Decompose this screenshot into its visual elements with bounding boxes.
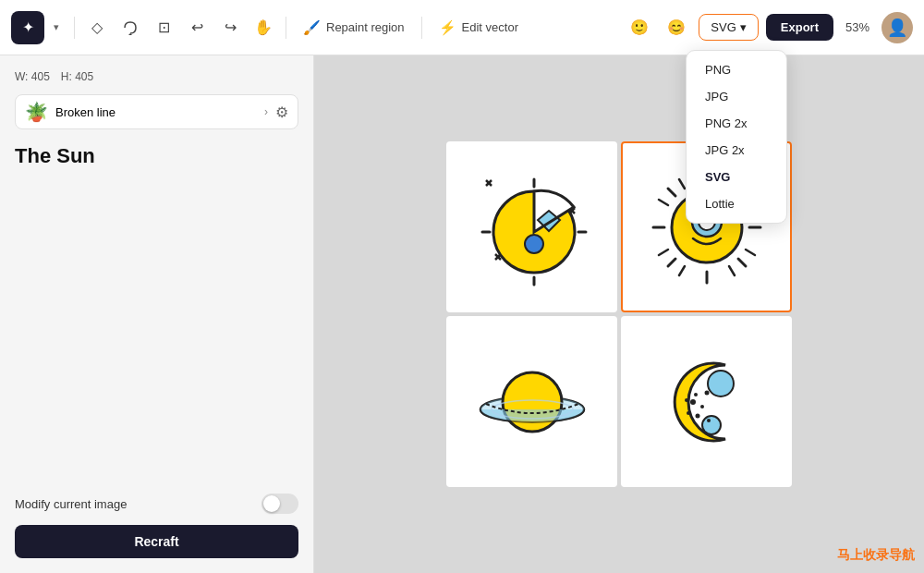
dimensions-row: W: 405 H: 405 bbox=[15, 70, 298, 83]
crop-tool-button[interactable]: ⊡ bbox=[149, 13, 178, 43]
svg-line-20 bbox=[659, 200, 668, 205]
emoji-button[interactable]: 🙂 bbox=[625, 13, 654, 43]
edit-vector-label: Edit vector bbox=[462, 20, 518, 34]
dropdown-item-lottie[interactable]: Lottie bbox=[687, 190, 786, 217]
dropdown-item-png[interactable]: PNG bbox=[687, 56, 786, 83]
svg-point-7 bbox=[525, 235, 543, 253]
svg-line-23 bbox=[746, 250, 755, 255]
sidebar-spacer bbox=[15, 183, 298, 482]
zoom-level: 53% bbox=[841, 20, 874, 34]
dropdown-item-jpg[interactable]: JPG bbox=[687, 83, 786, 110]
dropdown-chevron: ▾ bbox=[740, 20, 747, 34]
svg-point-41 bbox=[694, 393, 698, 396]
svg-point-36 bbox=[702, 416, 721, 434]
svg-point-39 bbox=[687, 411, 690, 415]
redo-button[interactable]: ↪ bbox=[215, 13, 245, 43]
divider-2 bbox=[286, 17, 286, 39]
svg-point-35 bbox=[708, 371, 734, 396]
toolbar-right: 🙂 😊 SVG ▾ Export 53% 👤 bbox=[625, 12, 913, 43]
component-row[interactable]: 🪴 Broken line › ⚙ bbox=[15, 94, 298, 129]
svg-line-26 bbox=[679, 266, 685, 275]
logo-icon: ✦ bbox=[22, 18, 34, 36]
svg-point-40 bbox=[700, 405, 704, 408]
canvas[interactable]: ↗ 马上收录导航 bbox=[314, 55, 924, 573]
moon-icon bbox=[642, 337, 772, 467]
logo-button[interactable]: ✦ bbox=[11, 11, 44, 44]
component-expand-arrow: › bbox=[264, 105, 268, 118]
svg-dropdown-button[interactable]: SVG ▾ bbox=[699, 14, 758, 41]
svg-point-42 bbox=[704, 390, 709, 395]
modify-row: Modify current image bbox=[15, 494, 298, 514]
avatar[interactable]: 👤 bbox=[881, 12, 913, 43]
svg-line-19 bbox=[738, 259, 746, 266]
dropdown-item-png2x[interactable]: PNG 2x bbox=[687, 110, 786, 137]
export-dropdown: PNG JPG PNG 2x JPG 2x SVG Lottie bbox=[686, 50, 787, 224]
svg-point-38 bbox=[695, 413, 699, 418]
toolbar: ✦ ▾ ◇ ⊡ ↩ ↪ ✋ 🖌️ Repaint region ⚡ Edit v… bbox=[0, 0, 924, 55]
sidebar: W: 405 H: 405 🪴 Broken line › ⚙ The Sun … bbox=[0, 55, 314, 573]
edit-vector-button[interactable]: ⚡ Edit vector bbox=[430, 14, 528, 42]
sun-bite-icon bbox=[468, 163, 597, 292]
component-settings-icon[interactable]: ⚙ bbox=[275, 104, 288, 121]
face-button[interactable]: 😊 bbox=[662, 13, 691, 43]
svg-point-37 bbox=[690, 399, 696, 405]
hand-tool-button[interactable]: ✋ bbox=[249, 13, 278, 43]
svg-line-24 bbox=[679, 179, 685, 189]
svg-line-21 bbox=[659, 250, 668, 255]
repaint-region-button[interactable]: 🖌️ Repaint region bbox=[294, 14, 414, 42]
svg-line-18 bbox=[668, 259, 675, 266]
svg-line-27 bbox=[729, 266, 735, 275]
repaint-icon: 🖌️ bbox=[303, 19, 321, 36]
asset-title: The Sun bbox=[15, 140, 298, 172]
modify-toggle[interactable] bbox=[261, 494, 298, 514]
icon-cell-moon[interactable] bbox=[621, 316, 792, 487]
component-label: Broken line bbox=[55, 105, 257, 119]
undo-button[interactable]: ↩ bbox=[182, 13, 212, 43]
icon-cell-saturn[interactable] bbox=[446, 316, 617, 487]
logo-chevron[interactable]: ▾ bbox=[54, 21, 59, 33]
divider-1 bbox=[74, 17, 75, 39]
width-value: W: 405 bbox=[15, 70, 50, 83]
lasso-tool-button[interactable] bbox=[116, 13, 145, 43]
height-value: H: 405 bbox=[61, 70, 93, 83]
recraft-button[interactable]: Recraft bbox=[15, 525, 298, 558]
dropdown-item-jpg2x[interactable]: JPG 2x bbox=[687, 137, 786, 164]
toggle-knob bbox=[263, 495, 280, 512]
svg-label: SVG bbox=[711, 20, 736, 34]
edit-vector-icon: ⚡ bbox=[439, 19, 456, 36]
saturn-icon bbox=[468, 337, 597, 467]
svg-point-43 bbox=[685, 398, 688, 402]
component-icon: 🪴 bbox=[25, 101, 48, 123]
divider-3 bbox=[421, 17, 422, 39]
watermark: 马上收录导航 bbox=[837, 547, 915, 564]
modify-label: Modify current image bbox=[15, 497, 127, 511]
svg-point-44 bbox=[707, 419, 711, 422]
svg-line-16 bbox=[668, 189, 675, 196]
icon-cell-sun-bite[interactable] bbox=[446, 141, 617, 312]
dropdown-item-svg[interactable]: SVG bbox=[687, 164, 786, 190]
repaint-label: Repaint region bbox=[326, 20, 405, 34]
select-tool-button[interactable]: ◇ bbox=[82, 13, 112, 43]
export-button[interactable]: Export bbox=[766, 14, 833, 41]
